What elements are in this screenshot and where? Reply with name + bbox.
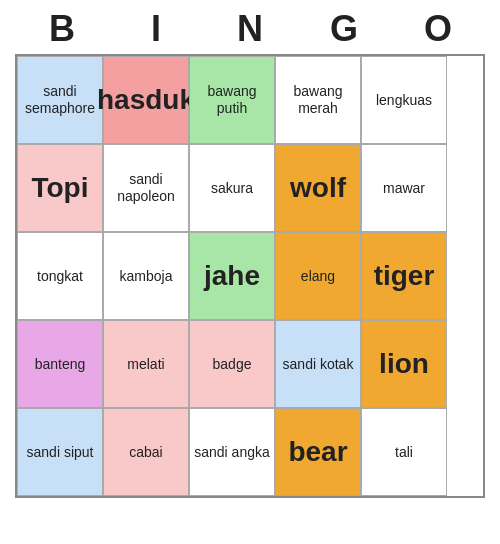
bingo-cell: badge xyxy=(189,320,275,408)
bingo-cell: Topi xyxy=(17,144,103,232)
bingo-cell: sakura xyxy=(189,144,275,232)
header-letter: O xyxy=(395,8,481,50)
bingo-cell: sandi napoleon xyxy=(103,144,189,232)
header-letter: I xyxy=(113,8,199,50)
bingo-grid: sandi semaphorehasdukbawang putihbawang … xyxy=(15,54,485,498)
bingo-cell: sandi angka xyxy=(189,408,275,496)
bingo-cell: tiger xyxy=(361,232,447,320)
bingo-cell: kamboja xyxy=(103,232,189,320)
bingo-cell: sandi semaphore xyxy=(17,56,103,144)
bingo-cell: tongkat xyxy=(17,232,103,320)
bingo-cell: wolf xyxy=(275,144,361,232)
bingo-cell: sandi siput xyxy=(17,408,103,496)
bingo-cell: lengkuas xyxy=(361,56,447,144)
bingo-cell: bear xyxy=(275,408,361,496)
header-letter: N xyxy=(207,8,293,50)
bingo-cell: cabai xyxy=(103,408,189,496)
bingo-cell: lion xyxy=(361,320,447,408)
bingo-cell: mawar xyxy=(361,144,447,232)
bingo-cell: elang xyxy=(275,232,361,320)
header-letter: B xyxy=(19,8,105,50)
header-letter: G xyxy=(301,8,387,50)
bingo-cell: jahe xyxy=(189,232,275,320)
bingo-cell: sandi kotak xyxy=(275,320,361,408)
bingo-cell: tali xyxy=(361,408,447,496)
bingo-header: BINGO xyxy=(15,0,485,54)
bingo-cell: melati xyxy=(103,320,189,408)
bingo-cell: bawang merah xyxy=(275,56,361,144)
bingo-cell: banteng xyxy=(17,320,103,408)
bingo-cell: hasduk xyxy=(103,56,189,144)
bingo-cell: bawang putih xyxy=(189,56,275,144)
